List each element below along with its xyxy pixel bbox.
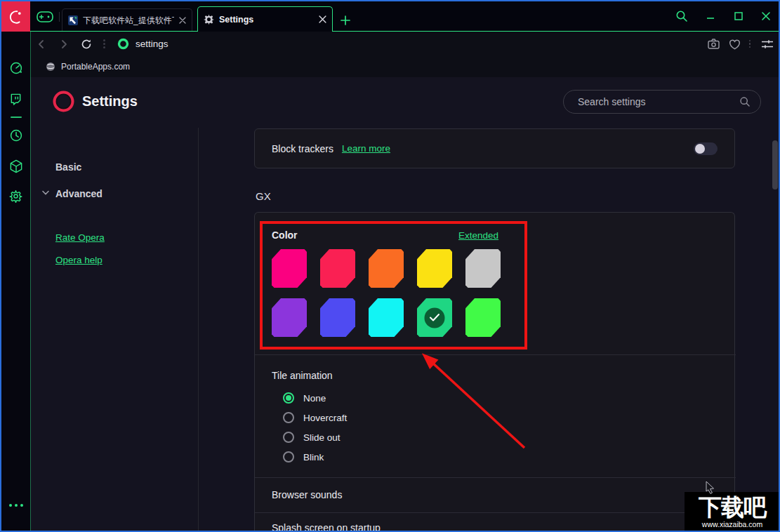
- snapshot-camera-icon[interactable]: [703, 39, 724, 49]
- radio-icon[interactable]: [283, 412, 294, 423]
- row-divider: [255, 477, 736, 478]
- bookmark-item[interactable]: PortableApps.com: [61, 62, 130, 72]
- kebab-menu-icon[interactable]: [98, 39, 110, 48]
- search-settings-input[interactable]: [576, 95, 739, 108]
- rate-opera-link[interactable]: Rate Opera: [55, 232, 105, 243]
- scrollbar-thumb[interactable]: [772, 140, 778, 189]
- tab-title: 下载吧软件站_提供软件下载: [83, 15, 174, 27]
- maximize-button[interactable]: [731, 8, 746, 24]
- chevron-down-icon[interactable]: [42, 190, 49, 195]
- opera-badge-icon[interactable]: [110, 38, 135, 50]
- bookmarks-bar: PortableApps.com: [30, 56, 780, 78]
- tile-animation-options: NoneHovercraftSlide outBlink: [283, 388, 347, 467]
- gx-corner-icon[interactable]: [36, 11, 54, 23]
- forward-button[interactable]: [53, 39, 75, 50]
- browser-sounds-label: Browser sounds: [272, 489, 342, 500]
- sidebar-divider: [11, 117, 22, 118]
- learn-more-link[interactable]: Learn more: [342, 143, 390, 154]
- globe-favicon: [46, 62, 55, 72]
- minimize-button[interactable]: [703, 8, 718, 24]
- back-button[interactable]: [30, 39, 53, 50]
- history-clock-icon[interactable]: [9, 128, 23, 142]
- close-tab-icon[interactable]: [319, 15, 326, 23]
- watermark-url: www.xiazaiba.com: [702, 520, 762, 528]
- settings-gear-icon[interactable]: [9, 189, 22, 203]
- radio-option-label: Blink: [303, 452, 324, 463]
- row-divider: [255, 512, 736, 513]
- gx-section-heading: GX: [256, 190, 271, 202]
- address-toolbar: settings: [30, 32, 780, 56]
- kebab-menu-icon[interactable]: [745, 40, 755, 48]
- speed-dial-icon[interactable]: [9, 61, 23, 75]
- tabstrip-border-right: [332, 31, 780, 32]
- radio-option-hovercraft[interactable]: Hovercraft: [283, 408, 347, 427]
- tab-xiazaiba[interactable]: 下载吧软件站_提供软件下载: [62, 8, 192, 32]
- tabstrip-border-left: [30, 31, 197, 32]
- radio-option-label: None: [303, 393, 326, 404]
- row-divider: [255, 354, 736, 355]
- radio-option-label: Hovercraft: [303, 413, 347, 423]
- tab-settings[interactable]: Settings: [197, 6, 333, 32]
- radio-option-slide-out[interactable]: Slide out: [283, 427, 347, 447]
- opera-help-link[interactable]: Opera help: [55, 255, 103, 265]
- radio-icon[interactable]: [283, 451, 294, 463]
- tab-separator: [59, 12, 60, 22]
- radio-icon[interactable]: [283, 432, 294, 443]
- tile-animation-label: Tile animation: [272, 370, 333, 381]
- magnifier-icon[interactable]: [739, 96, 751, 107]
- radio-option-label: Slide out: [303, 432, 341, 443]
- site-favicon: [68, 15, 78, 25]
- gear-icon: [204, 14, 214, 25]
- settings-search[interactable]: [563, 90, 761, 114]
- content-outline: [30, 32, 31, 531]
- mouse-cursor: [706, 481, 715, 494]
- tune-sliders-icon[interactable]: [755, 39, 780, 49]
- nav-item-basic[interactable]: Basic: [55, 161, 81, 173]
- close-tab-icon[interactable]: [179, 17, 186, 24]
- radio-option-blink[interactable]: Blink: [283, 447, 347, 467]
- twitch-icon[interactable]: [9, 93, 22, 106]
- browser-sidebar: [1, 32, 30, 532]
- block-trackers-toggle[interactable]: [694, 142, 718, 155]
- radio-option-none[interactable]: None: [283, 388, 347, 408]
- toggle-knob: [695, 144, 705, 154]
- opera-gx-logo[interactable]: [1, 1, 30, 32]
- tab-title: Settings: [219, 15, 314, 25]
- block-trackers-label: Block trackers: [272, 143, 333, 154]
- bookmark-heart-icon[interactable]: [724, 39, 745, 50]
- url-text[interactable]: settings: [135, 39, 168, 49]
- search-icon[interactable]: [674, 8, 689, 24]
- more-ellipsis-icon[interactable]: [9, 504, 23, 507]
- nav-divider: [198, 128, 199, 532]
- page-title: Settings: [82, 93, 138, 109]
- nav-item-advanced[interactable]: Advanced: [55, 188, 103, 199]
- watermark-title: 下载吧: [699, 496, 766, 519]
- close-window-button[interactable]: [758, 8, 774, 24]
- browser-window: 下载吧软件站_提供软件下载 Settings: [0, 0, 780, 532]
- new-tab-button[interactable]: [339, 14, 352, 27]
- opera-gx-crescent-icon: [8, 9, 24, 25]
- opera-gx-page-logo: [53, 91, 74, 112]
- watermark: 下载吧 www.xiazaiba.com: [685, 492, 780, 532]
- reload-button[interactable]: [75, 39, 98, 50]
- extensions-cube-icon[interactable]: [9, 159, 23, 174]
- splash-screen-label: Splash screen on startup: [272, 522, 381, 532]
- annotation-rectangle: [260, 221, 527, 350]
- block-trackers-card: Block trackers Learn more: [254, 128, 735, 168]
- radio-selected-icon[interactable]: [283, 392, 294, 404]
